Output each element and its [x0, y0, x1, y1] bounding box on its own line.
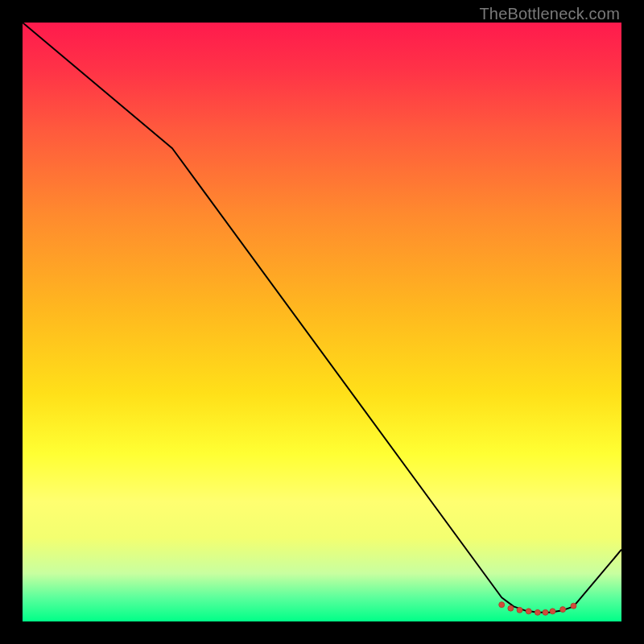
- marker-dot: [550, 609, 555, 614]
- chart-svg: [23, 23, 621, 621]
- chart-frame: TheBottleneck.com: [0, 0, 644, 644]
- marker-dot: [517, 607, 522, 613]
- curve-path: [23, 23, 621, 613]
- marker-dot: [499, 602, 505, 608]
- marker-dot: [508, 605, 514, 611]
- gradient-plot-area: [23, 23, 621, 621]
- curve-line: [23, 23, 621, 613]
- marker-dot: [526, 609, 531, 614]
- marker-dot: [560, 607, 566, 613]
- marker-dot: [571, 603, 576, 609]
- marker-dot: [543, 609, 548, 615]
- marker-dot: [535, 609, 540, 615]
- attribution-text: TheBottleneck.com: [479, 5, 620, 23]
